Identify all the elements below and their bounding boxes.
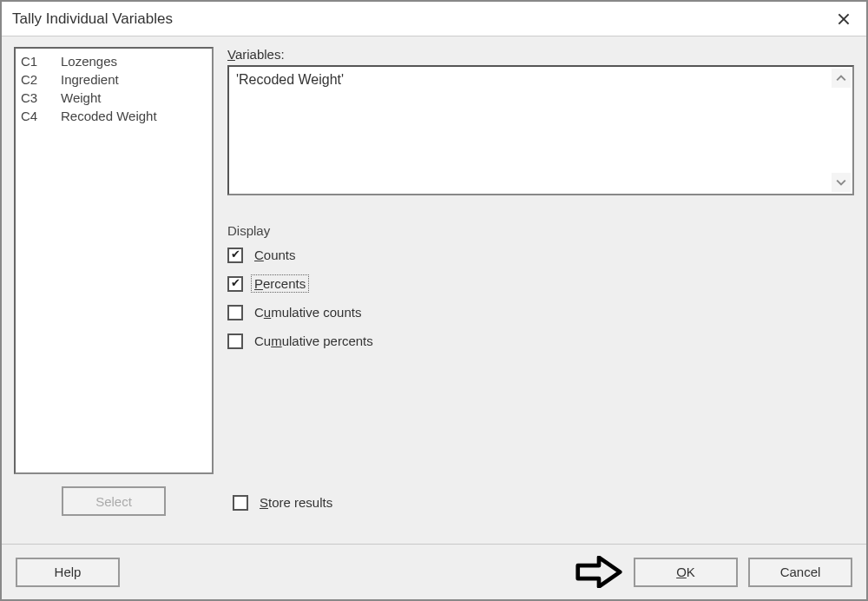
cumulative-counts-label: Cumulative counts (252, 304, 364, 320)
cumulative-counts-checkbox-row[interactable]: Cumulative counts (227, 304, 854, 320)
counts-checkbox-row[interactable]: Counts (227, 247, 854, 263)
variables-input[interactable]: 'Recoded Weight' (227, 65, 854, 195)
column-name: Lozenges (61, 52, 117, 70)
list-item[interactable]: C4 Recoded Weight (21, 107, 207, 125)
store-results-checkbox-row[interactable]: Store results (233, 494, 335, 511)
column-id: C3 (21, 89, 49, 107)
list-item[interactable]: C1 Lozenges (21, 52, 207, 70)
store-results-checkbox[interactable] (233, 495, 248, 511)
help-button[interactable]: Help (16, 558, 120, 587)
counts-checkbox[interactable] (227, 248, 243, 263)
variables-value: 'Recoded Weight' (236, 72, 344, 87)
ok-button[interactable]: OK (634, 558, 738, 587)
list-item[interactable]: C3 Weight (21, 89, 207, 107)
column-id: C4 (21, 107, 49, 125)
display-group-label: Display (227, 223, 854, 238)
select-button: Select (62, 486, 166, 516)
store-results-label: Store results (257, 494, 335, 511)
dialog-window: Tally Individual Variables C1 Lozenges C… (0, 0, 868, 601)
help-button-label: Help (55, 565, 82, 579)
percents-checkbox[interactable] (227, 276, 243, 292)
scroll-up-button[interactable] (832, 69, 851, 88)
cumulative-percents-checkbox[interactable] (227, 334, 243, 349)
variables-label: Variables: (227, 47, 854, 62)
list-item[interactable]: C2 Ingredient (21, 70, 207, 89)
ok-button-label: OK (676, 565, 695, 579)
dialog-footer: Help OK Cancel (2, 544, 866, 599)
window-title: Tally Individual Variables (12, 10, 173, 28)
close-button[interactable] (826, 5, 861, 33)
cumulative-counts-checkbox[interactable] (227, 305, 243, 320)
column-id: C2 (21, 70, 49, 89)
percents-label: Percents (252, 275, 308, 292)
svg-marker-2 (578, 558, 621, 587)
cumulative-percents-label: Cumulative percents (252, 333, 376, 349)
column-name: Weight (61, 89, 101, 107)
arrow-right-icon (575, 556, 623, 588)
counts-label: Counts (252, 247, 299, 263)
display-group: Display Counts Percents Cumulative count… (227, 223, 854, 361)
scroll-down-button[interactable] (832, 173, 851, 192)
cancel-button[interactable]: Cancel (748, 558, 852, 587)
column-name: Ingredient (61, 70, 119, 89)
dialog-body: C1 Lozenges C2 Ingredient C3 Weight C4 R… (2, 36, 866, 544)
chevron-down-icon (836, 177, 846, 188)
cumulative-percents-checkbox-row[interactable]: Cumulative percents (227, 333, 854, 349)
column-name: Recoded Weight (61, 107, 157, 125)
titlebar: Tally Individual Variables (2, 2, 866, 36)
chevron-up-icon (836, 73, 846, 83)
column-id: C1 (21, 52, 49, 70)
columns-listbox[interactable]: C1 Lozenges C2 Ingredient C3 Weight C4 R… (14, 47, 214, 474)
percents-checkbox-row[interactable]: Percents (227, 275, 854, 292)
annotation-arrow (575, 555, 623, 590)
close-icon (838, 13, 850, 25)
select-button-label: Select (95, 494, 132, 509)
cancel-button-label: Cancel (780, 565, 821, 579)
